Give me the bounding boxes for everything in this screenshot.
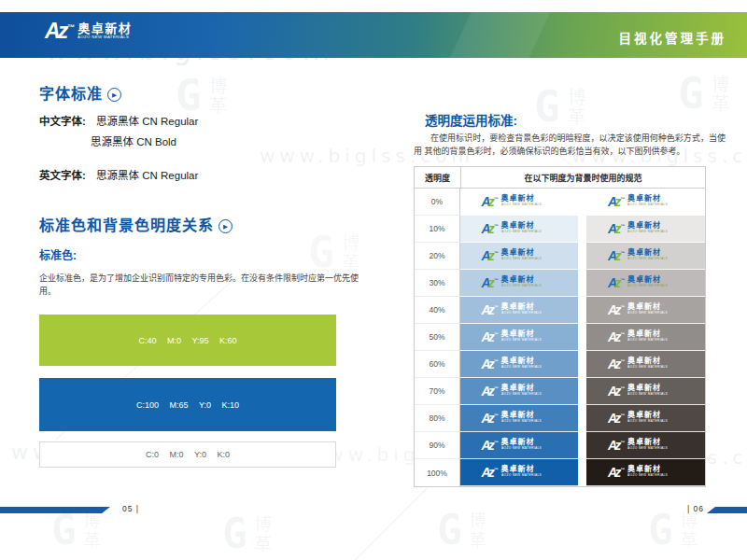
trademark-symbol: ™ — [620, 359, 624, 364]
brand-logo-text: 奥卓新材AOZO NEW MATERIALS — [627, 412, 684, 424]
trademark-symbol: ™ — [494, 251, 498, 256]
brand-logo: Az™ 奥卓新材AOZO NEW MATERIALS — [482, 330, 557, 343]
transparency-percent: 20% — [415, 243, 460, 270]
brand-logo: Az™ 奥卓新材AOZO NEW MATERIALS — [482, 303, 557, 316]
gray-background-swatch: Az™ 奥卓新材AOZO NEW MATERIALS — [586, 351, 705, 378]
blue-background-swatch: Az™ 奥卓新材AOZO NEW MATERIALS — [460, 378, 578, 405]
brand-logo-text: 奥卓新材AOZO NEW MATERIALS — [501, 357, 557, 370]
brand-logo-mark-icon: Az™ — [482, 330, 498, 343]
brand-logo-text: 奥卓新材AOZO NEW MATERIALS — [501, 195, 557, 207]
blue-background-swatch: Az™ 奥卓新材AOZO NEW MATERIALS — [460, 459, 578, 486]
watermark-logo-icon: G博革 — [534, 88, 588, 128]
transparency-percent: 30% — [415, 270, 460, 297]
trademark-symbol: ™ — [620, 224, 624, 229]
transparency-percent: 0% — [415, 189, 460, 216]
brand-logo-mark-icon: Az™ — [608, 466, 624, 479]
brand-logo-text: 奥卓新材AOZO NEW MATERIALS — [627, 249, 684, 261]
color-swatch-green: C:40 M:0 Y:95 K:60 — [39, 315, 336, 366]
brand-logo: Az™ 奥卓新材AOZO NEW MATERIALS — [482, 385, 557, 398]
trademark-symbol: ™ — [620, 332, 624, 337]
font-spec-value: 思源黑体 CN Regular — [96, 116, 198, 127]
blue-background-swatch: Az™ 奥卓新材AOZO NEW MATERIALS — [460, 405, 578, 432]
brand-logo-text: 奥卓新材AOZO NEW MATERIALS — [627, 195, 684, 207]
table-row: 50% Az™ 奥卓新材AOZO NEW MATERIALS Az™ 奥卓新材A… — [415, 324, 705, 351]
trademark-symbol: ™ — [67, 23, 74, 32]
brand-logo-mark-icon: Az™ — [608, 276, 624, 289]
play-icon: ▶ — [218, 219, 233, 233]
blue-background-swatch: Az™ 奥卓新材AOZO NEW MATERIALS — [460, 324, 578, 351]
trademark-symbol: ™ — [494, 413, 498, 418]
gray-background-swatch: Az™ 奥卓新材AOZO NEW MATERIALS — [586, 378, 705, 405]
brand-logo: Az™ 奥卓新材AOZO NEW MATERIALS — [608, 439, 684, 452]
page-number-left: 05 | — [122, 504, 139, 513]
brand-logo-mark-icon: Az™ — [608, 439, 624, 452]
column-gap — [578, 216, 586, 243]
brand-logo: Az™ 奥卓新材AOZO NEW MATERIALS — [608, 249, 684, 262]
brand-logo-text: 奥卓新材AOZO NEW MATERIALS — [501, 412, 557, 424]
transparency-percent: 100% — [415, 459, 460, 486]
trademark-symbol: ™ — [494, 386, 498, 391]
transparency-percent: 50% — [415, 324, 460, 351]
column-gap — [578, 243, 586, 270]
standard-color-description: 企业标准色，是为了增加企业识别而特定的专用色彩。在没有条件限制时应第一优先使用。 — [39, 272, 366, 298]
brand-logo-text: 奥卓新材AOZO NEW MATERIALS — [78, 22, 149, 41]
brand-logo-text: 奥卓新材AOZO NEW MATERIALS — [501, 303, 557, 315]
brand-logo: Az™ 奥卓新材AOZO NEW MATERIALS — [482, 412, 557, 425]
brand-logo: Az™ 奥卓新材AOZO NEW MATERIALS — [608, 357, 684, 371]
table-row: 30% Az™ 奥卓新材AOZO NEW MATERIALS Az™ 奥卓新材A… — [415, 270, 705, 297]
brand-logo: Az™ 奥卓新材AOZO NEW MATERIALS — [608, 195, 684, 208]
column-gap — [578, 270, 586, 297]
table-row: 100% Az™ 奥卓新材AOZO NEW MATERIALS Az™ 奥卓新材… — [415, 459, 705, 486]
brand-logo: Az™ 奥卓新材AOZO NEW MATERIALS — [608, 385, 684, 398]
column-gap — [578, 351, 586, 378]
gray-background-swatch: Az™ 奥卓新材AOZO NEW MATERIALS — [586, 405, 705, 432]
footer-bar-left — [0, 507, 110, 513]
table-row: 60% Az™ 奥卓新材AOZO NEW MATERIALS Az™ 奥卓新材A… — [415, 351, 705, 378]
transparency-percent: 70% — [415, 378, 460, 405]
brand-logo-mark-icon: Az™ — [608, 412, 624, 425]
trademark-symbol: ™ — [620, 305, 624, 310]
transparency-percent: 60% — [415, 351, 460, 378]
brand-logo: Az™ 奥卓新材AOZO NEW MATERIALS — [482, 222, 557, 235]
blue-background-swatch: Az™ 奥卓新材AOZO NEW MATERIALS — [460, 432, 578, 459]
section-title-transparency: 透明度运用标准: — [425, 110, 517, 129]
transparency-table: 透明度 在以下明度为背景时使用的规范 0% Az™ 奥卓新材AOZO NEW M… — [414, 166, 706, 487]
brand-logo-text: 奥卓新材AOZO NEW MATERIALS — [627, 276, 684, 288]
trademark-symbol: ™ — [494, 359, 498, 364]
gray-background-swatch: Az™ 奥卓新材AOZO NEW MATERIALS — [586, 270, 705, 297]
table-row: 10% Az™ 奥卓新材AOZO NEW MATERIALS Az™ 奥卓新材A… — [415, 216, 705, 243]
blue-background-swatch: Az™ 奥卓新材AOZO NEW MATERIALS — [460, 243, 578, 270]
brand-logo-mark-icon: Az™ — [482, 439, 498, 452]
column-gap — [578, 189, 586, 216]
brand-logo-mark-icon: Az™ — [482, 249, 498, 262]
table-row: 70% Az™ 奥卓新材AOZO NEW MATERIALS Az™ 奥卓新材A… — [415, 378, 705, 405]
brand-logo-mark-icon: Az™ — [608, 222, 624, 235]
transparency-description: 在使用标识时，要检查背景色彩的明暗程度，以决定该使用何种色彩方式，当使用 其他的… — [414, 132, 726, 158]
font-spec-english: 英文字体: 思源黑体 CN Regular — [39, 167, 198, 182]
brand-logo: Az™ 奥卓新材AOZO NEW MATERIALS — [608, 222, 684, 235]
brand-logo: Az™ 奥卓新材AOZO NEW MATERIALS — [482, 249, 557, 262]
brand-logo-mark-icon: Az™ — [482, 222, 498, 235]
brand-logo: Az™ 奥卓新材AOZO NEW MATERIALS — [482, 439, 557, 452]
brand-logo-text: 奥卓新材AOZO NEW MATERIALS — [501, 222, 557, 234]
column-gap — [578, 405, 586, 432]
section-title-color-brightness: 标准色和背景色明度关系▶ — [39, 213, 233, 235]
brand-logo-mark-icon: Az™ — [482, 385, 498, 398]
brand-logo-text: 奥卓新材AOZO NEW MATERIALS — [627, 357, 684, 370]
gray-background-swatch: Az™ 奥卓新材AOZO NEW MATERIALS — [586, 459, 705, 486]
transparency-percent: 90% — [415, 432, 460, 459]
trademark-symbol: ™ — [494, 224, 498, 229]
brand-logo-mark-icon: Az™ — [608, 385, 624, 398]
font-spec-chinese-bold: 思源黑体 CN Bold — [91, 133, 176, 148]
subsection-title-standard-color: 标准色: — [39, 246, 77, 262]
brand-logo-mark-icon: Az™ — [482, 466, 498, 479]
brand-logo: Az™ 奥卓新材AOZO NEW MATERIALS — [482, 195, 557, 208]
brand-logo-text: 奥卓新材AOZO NEW MATERIALS — [501, 249, 557, 261]
table-row: 0% Az™ 奥卓新材AOZO NEW MATERIALS Az™ 奥卓新材AO… — [415, 189, 705, 216]
brand-logo-mark-icon: Az™ — [608, 195, 624, 208]
brand-logo-text: 奥卓新材AOZO NEW MATERIALS — [501, 385, 557, 397]
brand-logo-mark-icon: Az™ — [482, 195, 498, 208]
blue-background-swatch: Az™ 奥卓新材AOZO NEW MATERIALS — [460, 297, 578, 324]
transparency-rows: 0% Az™ 奥卓新材AOZO NEW MATERIALS Az™ 奥卓新材AO… — [415, 189, 705, 486]
trademark-symbol: ™ — [620, 413, 624, 418]
